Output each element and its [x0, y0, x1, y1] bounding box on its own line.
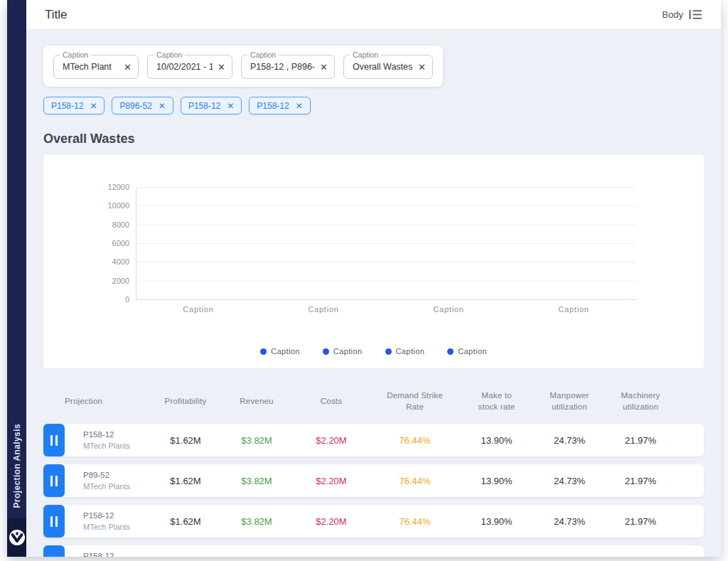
- page-title: Title: [45, 8, 68, 22]
- page: Projection Analysis Title Body: [0, 0, 728, 561]
- costs-value: $2.20M: [292, 516, 370, 527]
- gridline: 2000: [136, 281, 636, 282]
- pause-icon: [50, 435, 53, 446]
- revenue-value: $3.82M: [221, 435, 292, 446]
- v-circle-logo-icon: [9, 529, 26, 546]
- filter-field[interactable]: Caption Overall Wastes ✕: [343, 55, 433, 79]
- main-area: Title Body Caption MTech Plant ✕ Caption…: [26, 0, 721, 557]
- table-row[interactable]: P89-52 MTech Plants $1.62M $3.82M $2.20M…: [43, 464, 704, 497]
- table-row[interactable]: P158-12 MTech Plants $1.62M $3.82M $2.20…: [43, 545, 704, 557]
- sidebar: Projection Analysis: [7, 0, 26, 557]
- x-axis-label: Caption: [274, 305, 373, 314]
- legend-dot-icon: [385, 348, 392, 355]
- filter-field[interactable]: Caption P158-12 , P896-5, G... ✕: [241, 55, 335, 79]
- manpower-utilization-value: 24.73%: [534, 476, 605, 486]
- demand-strike-rate-value: 76.44%: [370, 516, 459, 527]
- legend-item: Caption: [323, 347, 363, 356]
- body-menu-label[interactable]: Body: [662, 9, 683, 20]
- clear-filter-icon[interactable]: ✕: [124, 63, 132, 72]
- filter-field-caption: Caption: [350, 50, 381, 60]
- filter-field[interactable]: Caption 10/02/2021 - 15/.. ✕: [147, 55, 232, 79]
- profitability-value: $1.62M: [150, 476, 221, 486]
- gridline: 12000: [136, 187, 636, 188]
- gridline: 10000: [136, 205, 636, 206]
- top-bar: Title Body: [26, 0, 721, 30]
- clear-filter-icon[interactable]: ✕: [418, 63, 426, 72]
- pause-badge-button[interactable]: [43, 424, 65, 456]
- projection-code: P158-12: [83, 429, 150, 441]
- x-axis-label: Caption: [399, 305, 498, 314]
- column-header: Projection: [43, 395, 150, 407]
- machinery-utilization-value: 21.97%: [605, 476, 676, 486]
- x-axis-label: Caption: [149, 305, 248, 314]
- sidebar-toggle-menu-icon[interactable]: [689, 9, 702, 20]
- pause-badge-button[interactable]: [43, 464, 65, 497]
- clear-filter-icon[interactable]: ✕: [320, 63, 328, 72]
- pause-icon: [50, 476, 53, 486]
- make-to-stock-rate-value: 13.90%: [459, 476, 534, 486]
- projection-code: P89-52: [83, 470, 150, 481]
- filter-field-value: P158-12 , P896-5, G...: [250, 62, 315, 72]
- remove-chip-icon[interactable]: ✕: [90, 102, 97, 110]
- projection-cell: P158-12 MTech Plants: [43, 551, 150, 557]
- column-header: Costs: [292, 395, 370, 407]
- column-header: Manpower utilization: [534, 390, 605, 412]
- remove-chip-icon[interactable]: ✕: [159, 102, 166, 110]
- revenue-value: $3.82M: [221, 516, 292, 527]
- demand-strike-rate-value: 76.44%: [370, 476, 459, 486]
- chart-plot-area: 020004000600080001000012000: [136, 188, 636, 300]
- filter-chip[interactable]: P158-12 ✕: [43, 97, 105, 114]
- revenue-value: $3.82M: [221, 476, 292, 486]
- pause-badge-button[interactable]: [43, 505, 65, 538]
- column-header: Machinery utilization: [605, 390, 676, 412]
- gridline: 8000: [136, 225, 636, 225]
- table-header-row: ProjectionProfitabilityReveneuCostsDeman…: [43, 380, 704, 424]
- filter-field-caption: Caption: [154, 50, 185, 60]
- demand-strike-rate-value: 76.44%: [370, 435, 459, 446]
- filter-field-value: Overall Wastes: [353, 62, 413, 72]
- table-body: P158-12 MTech Plants $1.62M $3.82M $2.20…: [43, 424, 704, 557]
- legend-label: Caption: [271, 347, 300, 356]
- projection-code: P158-12: [83, 511, 150, 522]
- gridline: 4000: [136, 262, 636, 262]
- y-axis-tick-label: 10000: [107, 201, 129, 210]
- pause-badge-button[interactable]: [43, 545, 65, 557]
- sidebar-spacer: [7, 0, 26, 417]
- stacked-bar-chart-card: 020004000600080001000012000 CaptionCapti…: [43, 155, 704, 368]
- filter-field-caption: Caption: [247, 50, 279, 60]
- filter-field[interactable]: Caption MTech Plant ✕: [53, 55, 139, 79]
- projection-cell: P158-12 MTech Plants: [43, 511, 150, 532]
- remove-chip-icon[interactable]: ✕: [296, 102, 303, 110]
- selected-tags-row: P158-12 ✕ P896-52 ✕ P158-12 ✕ P158-12 ✕: [43, 97, 704, 114]
- y-axis-tick-label: 8000: [112, 220, 129, 229]
- make-to-stock-rate-value: 13.90%: [459, 516, 534, 527]
- filter-chip[interactable]: P158-12 ✕: [249, 97, 310, 114]
- legend-label: Caption: [333, 347, 363, 356]
- machinery-utilization-value: 21.97%: [605, 435, 676, 446]
- costs-value: $2.20M: [292, 476, 370, 486]
- filter-chip[interactable]: P896-52 ✕: [112, 97, 173, 114]
- clear-filter-icon[interactable]: ✕: [218, 63, 225, 72]
- y-axis-tick-label: 2000: [112, 277, 129, 285]
- y-axis-tick-label: 0: [125, 295, 129, 304]
- table-row[interactable]: P158-12 MTech Plants $1.62M $3.82M $2.20…: [43, 424, 704, 456]
- pause-icon: [55, 435, 58, 446]
- gridline: 6000: [136, 243, 636, 244]
- filter-bar: Caption MTech Plant ✕ Caption 10/02/2021…: [43, 46, 443, 87]
- filter-chip-label: P158-12: [188, 101, 220, 111]
- y-axis-tick-label: 12000: [107, 183, 129, 191]
- y-axis-tick-label: 6000: [112, 239, 129, 247]
- logo-section[interactable]: [7, 518, 26, 557]
- remove-chip-icon[interactable]: ✕: [227, 102, 234, 110]
- filter-chip-label: P158-12: [51, 101, 83, 111]
- sidebar-vertical-title: Projection Analysis: [12, 424, 22, 508]
- gridline: 0: [136, 299, 636, 300]
- table-row[interactable]: P158-12 MTech Plants $1.62M $3.82M $2.20…: [43, 505, 704, 538]
- chart-x-axis-labels: CaptionCaptionCaptionCaption: [136, 305, 636, 314]
- column-header: Profitability: [150, 395, 221, 407]
- projection-plant: MTech Plants: [83, 522, 150, 533]
- filter-chip[interactable]: P158-12 ✕: [181, 97, 242, 114]
- make-to-stock-rate-value: 13.90%: [459, 435, 534, 446]
- profitability-value: $1.62M: [150, 435, 221, 446]
- projection-cell: P89-52 MTech Plants: [43, 470, 150, 491]
